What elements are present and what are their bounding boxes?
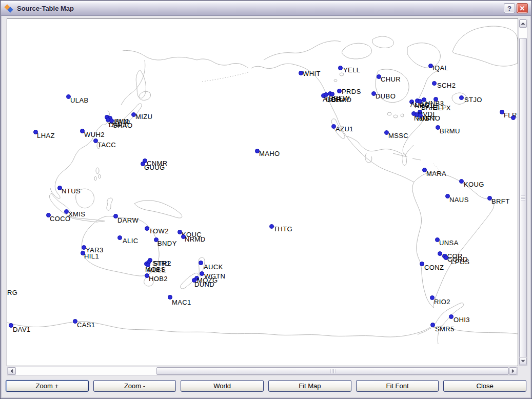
station-dot[interactable]: [511, 115, 516, 120]
station-label: SHAO: [113, 122, 132, 129]
station-label: BNDY: [157, 240, 177, 247]
station-label: NRMD: [185, 236, 206, 243]
station-dot[interactable]: [199, 261, 203, 265]
station-label: THTG: [273, 226, 292, 232]
scroll-right-button[interactable]: [509, 367, 517, 375]
station-label: GUUG: [144, 164, 165, 171]
world-button[interactable]: World: [181, 380, 264, 392]
station-label: MSSC: [388, 132, 408, 139]
scroll-up-button[interactable]: [519, 19, 527, 28]
chevron-up-icon: [521, 23, 525, 26]
scrollbar-corner: [519, 367, 527, 375]
station-label: USNO: [420, 115, 440, 122]
station-label: KOUG: [464, 181, 484, 188]
toolbar: Zoom + Zoom - World Fit Map Fit Font Clo…: [6, 380, 526, 392]
window-title: Source-Table Map: [17, 5, 74, 12]
fit-font-button[interactable]: Fit Font: [356, 380, 439, 392]
station-label: YELL: [343, 67, 360, 73]
station-label: XMIS: [68, 211, 85, 217]
station-label: SMR5: [435, 326, 455, 332]
help-icon: ?: [507, 5, 511, 12]
close-icon: ✕: [520, 5, 525, 12]
station-label: MAC1: [172, 299, 191, 306]
station-label: LHAZ: [37, 132, 55, 139]
station-label: NTUS: [62, 188, 81, 194]
station-dot[interactable]: [432, 81, 437, 86]
fit-map-button[interactable]: Fit Map: [268, 380, 351, 392]
station-label: HOB2: [149, 275, 168, 282]
station-label: HLFX: [433, 105, 451, 111]
station-dot[interactable]: [434, 97, 438, 102]
zoom-in-button[interactable]: Zoom +: [6, 380, 89, 392]
vertical-scrollbar-thumb[interactable]: [519, 38, 527, 357]
station-label: HIL1: [84, 253, 99, 260]
station-label: WUH2: [84, 131, 105, 138]
station-label: AUCK: [204, 264, 223, 270]
station-label: IQAL: [432, 65, 448, 71]
station-label: LPGS: [451, 258, 469, 265]
station-dot[interactable]: [200, 271, 204, 276]
station-label: CHUR: [381, 76, 401, 83]
station-label: TOW2: [149, 228, 169, 234]
chevron-down-icon: [521, 358, 525, 362]
station-label: NAUS: [449, 196, 469, 203]
station-label: STJO: [464, 96, 482, 103]
station-label: TACC: [97, 142, 116, 148]
station-dot[interactable]: [444, 255, 448, 260]
station-label: SCH2: [437, 82, 456, 89]
station-label: CONZ: [424, 264, 444, 271]
station-label: BRFT: [491, 198, 510, 205]
titlebar-buttons: ? ✕: [504, 3, 528, 13]
chevron-right-icon: [510, 369, 514, 373]
station-label: DARW: [117, 217, 139, 224]
station-label: DRAO: [331, 96, 351, 103]
help-button[interactable]: ?: [504, 3, 515, 13]
station-dot[interactable]: [459, 95, 464, 100]
station-dot[interactable]: [438, 251, 442, 256]
station-dot[interactable]: [459, 179, 464, 184]
chevron-left-icon: [11, 369, 14, 373]
station-label: WHIT: [303, 70, 321, 77]
station-dot[interactable]: [338, 66, 343, 70]
close-button[interactable]: Close: [443, 380, 526, 392]
scrollbar-grip-icon: [330, 369, 335, 373]
station-dot[interactable]: [449, 314, 454, 319]
station-dot[interactable]: [337, 89, 342, 93]
station-label: ULAB: [70, 97, 89, 104]
station-label: RG: [7, 289, 17, 296]
map-canvas[interactable]: WHITYELLCHURIQALSCH2DUBOPRDSALBHUCLUBREW…: [7, 18, 518, 366]
station-label: UNSA: [439, 240, 459, 246]
station-dot[interactable]: [418, 99, 422, 104]
window-close-button[interactable]: ✕: [517, 3, 528, 13]
station-label: CAS1: [77, 322, 95, 328]
scrollbar-grip-icon: [521, 195, 525, 200]
station-label: RIO2: [434, 298, 450, 305]
scroll-left-button[interactable]: [8, 367, 16, 375]
station-label: ALIC: [123, 237, 139, 244]
station-label: OHI3: [454, 316, 470, 323]
station-label: COCO: [50, 215, 71, 222]
station-label: DUND: [194, 281, 214, 288]
horizontal-scrollbar[interactable]: [7, 367, 518, 375]
station-dot[interactable]: [117, 235, 122, 240]
title-bar[interactable]: Source-Table Map ? ✕: [1, 1, 531, 16]
app-icon: [5, 4, 14, 12]
station-label: MARA: [426, 170, 446, 177]
station-dot[interactable]: [430, 323, 435, 327]
station-label: DAV1: [13, 326, 31, 333]
station-label: MIZU: [135, 113, 152, 120]
station-label: DUBO: [376, 93, 396, 99]
scroll-down-button[interactable]: [519, 357, 527, 365]
source-table-map-window: Source-Table Map ? ✕: [0, 0, 532, 399]
station-label: AZU1: [336, 126, 353, 132]
zoom-out-button[interactable]: Zoom -: [93, 380, 176, 392]
station-dot[interactable]: [420, 262, 424, 266]
horizontal-scrollbar-thumb[interactable]: [156, 367, 509, 375]
station-label: MBLE: [147, 267, 166, 273]
station-label: BRMU: [440, 128, 460, 134]
station-label: MAHO: [259, 150, 280, 157]
vertical-scrollbar[interactable]: [519, 19, 527, 366]
